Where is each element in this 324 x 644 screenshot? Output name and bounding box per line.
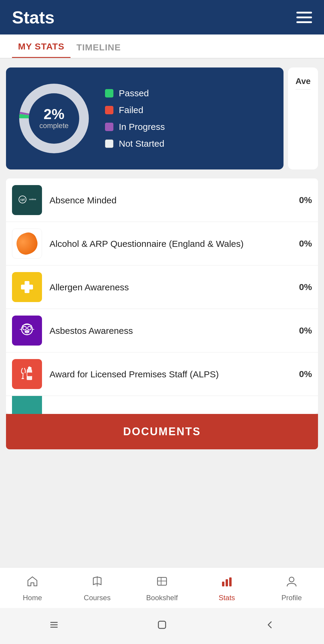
completion-percent: 2% [39, 107, 68, 121]
nav-label-home: Home [23, 594, 42, 602]
nav-item-profile[interactable]: Profile [259, 575, 324, 602]
nav-label-courses: Courses [84, 594, 110, 602]
in-progress-label: In Progress [119, 122, 165, 132]
failed-dot [105, 106, 113, 114]
profile-icon [285, 575, 298, 591]
completion-label: complete [39, 121, 68, 130]
bookshelf-icon [156, 575, 168, 591]
courses-icon [91, 575, 104, 591]
stats-card: 2% complete Passed Failed In Progress [6, 67, 284, 169]
alcohol-blob-icon [14, 230, 40, 257]
course-icon-allergen [12, 272, 42, 302]
course-progress-alps: 0% [299, 369, 312, 379]
bottom-nav: Home Courses Bookshelf [0, 567, 324, 608]
nav-item-bookshelf[interactable]: Bookshelf [130, 575, 194, 602]
tab-my-stats[interactable]: MY STATS [12, 41, 70, 58]
main-content: 2% complete Passed Failed In Progress [0, 58, 324, 542]
course-progress-allergen: 0% [299, 282, 312, 292]
course-item-allergen[interactable]: Allergen Awareness 0% [6, 265, 318, 309]
course-icon-partial [12, 396, 42, 414]
documents-button[interactable]: DOCUMENTS [6, 414, 318, 449]
alps-icon-svg [16, 364, 38, 385]
course-name-asbestos: Asbestos Awareness [50, 325, 293, 337]
donut-center: 2% complete [39, 107, 68, 130]
nav-label-stats: Stats [219, 594, 235, 602]
legend-in-progress: In Progress [105, 122, 165, 132]
tab-timeline[interactable]: TIMELINE [70, 42, 127, 58]
svg-rect-7 [21, 285, 33, 289]
svg-rect-27 [229, 577, 232, 586]
nav-label-bookshelf: Bookshelf [146, 594, 178, 602]
course-icon-alcohol-arp [12, 229, 42, 259]
stats-card-row: 2% complete Passed Failed In Progress [6, 67, 318, 169]
not-started-dot [105, 139, 113, 148]
course-item-absence-minded[interactable]: cpl online Absence Minded 0% [6, 178, 318, 222]
svg-text:online: online [29, 198, 36, 201]
stats-icon [220, 575, 233, 591]
passed-label: Passed [119, 88, 149, 98]
course-item-alps[interactable]: Award for Licensed Premises Staff (ALPS)… [6, 352, 318, 396]
svg-point-28 [289, 577, 294, 582]
avg-card: Ave [288, 67, 318, 169]
course-icon-alps [12, 359, 42, 389]
system-nav-bar [0, 608, 324, 644]
avg-title: Ave [296, 76, 310, 86]
course-name-alcohol-arp: Alcohol & ARP Questionnaire (England & W… [50, 238, 293, 250]
nav-item-home[interactable]: Home [0, 575, 65, 602]
system-home-button[interactable] [157, 619, 167, 633]
course-name-alps: Award for Licensed Premises Staff (ALPS) [50, 368, 293, 380]
course-item-asbestos[interactable]: Asbestos Awareness 0% [6, 309, 318, 352]
svg-rect-20 [27, 373, 32, 376]
nav-item-stats[interactable]: Stats [194, 575, 259, 602]
course-item-alcohol-arp[interactable]: Alcohol & ARP Questionnaire (England & W… [6, 222, 318, 265]
app-header: Stats [0, 0, 324, 34]
course-progress-alcohol-arp: 0% [299, 238, 312, 249]
course-list: cpl online Absence Minded 0% Alcohol & A… [6, 178, 318, 414]
course-icon-asbestos [12, 316, 42, 346]
donut-chart: 2% complete [15, 79, 93, 157]
svg-rect-25 [222, 582, 224, 586]
course-progress-asbestos: 0% [299, 325, 312, 336]
legend-not-started: Not Started [105, 139, 165, 149]
home-icon [26, 575, 39, 591]
legend-passed: Passed [105, 88, 165, 98]
svg-text:cpl: cpl [20, 198, 25, 201]
svg-point-10 [28, 326, 31, 330]
svg-point-9 [23, 326, 26, 330]
asbestos-icon-svg [17, 321, 37, 340]
system-back-button[interactable] [265, 619, 275, 633]
course-name-allergen: Allergen Awareness [50, 281, 293, 293]
failed-label: Failed [119, 105, 143, 115]
allergen-icon-svg [18, 278, 36, 296]
svg-rect-19 [28, 367, 30, 368]
tab-bar: MY STATS TIMELINE [0, 34, 324, 58]
menu-button[interactable] [296, 12, 312, 23]
passed-dot [105, 89, 113, 97]
svg-rect-32 [158, 621, 166, 628]
in-progress-dot [105, 123, 113, 131]
system-menu-button[interactable] [49, 619, 59, 633]
chart-legend: Passed Failed In Progress Not Started [105, 88, 165, 149]
course-item-partial[interactable] [6, 396, 318, 414]
page-title: Stats [12, 7, 55, 27]
course-name-absence-minded: Absence Minded [50, 194, 293, 206]
nav-label-profile: Profile [281, 594, 302, 602]
course-icon-absence-minded: cpl online [12, 185, 42, 215]
course-progress-absence-minded: 0% [299, 195, 312, 205]
legend-failed: Failed [105, 105, 165, 115]
nav-item-courses[interactable]: Courses [65, 575, 130, 602]
not-started-label: Not Started [119, 139, 164, 149]
svg-rect-26 [226, 579, 228, 586]
